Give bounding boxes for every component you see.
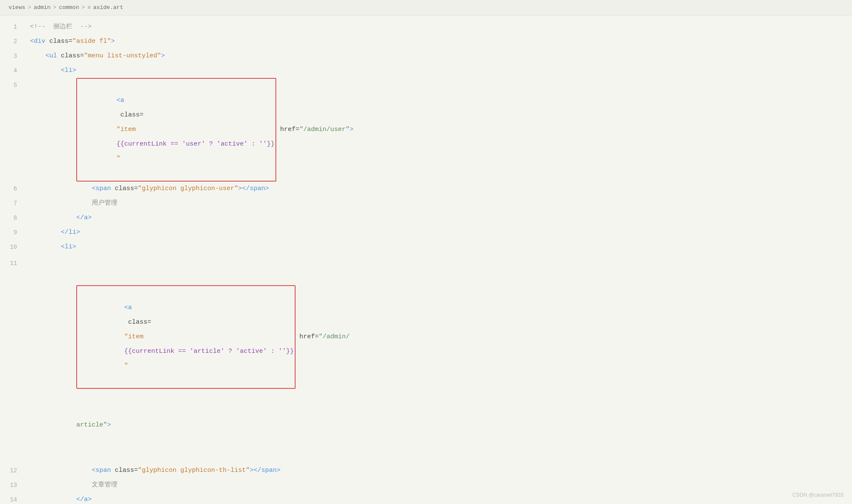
line-5-close: > <box>350 122 353 137</box>
breadcrumb-filename: aside.art <box>93 4 123 11</box>
code-line-7: 7 用户管理 <box>0 196 852 211</box>
line-num-5: 5 <box>0 78 26 92</box>
line-content-10: <li> <box>26 240 852 254</box>
breadcrumb-views: views <box>9 4 25 11</box>
line-content-12: <span class= "glyphicon glyphicon-th-lis… <box>26 463 852 478</box>
line-11-class-attr: class= <box>124 319 151 326</box>
line-content-4: <li> <box>26 63 852 78</box>
code-line-14: 14 </a> <box>0 492 852 504</box>
breadcrumb-file: ≡ aside.art <box>87 4 123 11</box>
line-14-tag: </a> <box>76 492 92 504</box>
line-content-11: <a class= "item {{currentLink == 'articl… <box>26 254 852 463</box>
code-line-9: 9 </li> <box>0 225 852 240</box>
line-11-class-val-open: "item <box>124 333 147 340</box>
line-num-7: 7 <box>0 196 26 211</box>
line-6-span-open: <span <box>92 182 111 196</box>
code-line-10: 10 <li> <box>0 240 852 254</box>
line-9-tag: </li> <box>61 225 80 240</box>
code-line-1: 1 <!-- 侧边栏 --> <box>0 20 852 34</box>
line-11-href-attr: href= <box>296 330 319 344</box>
line-num-6: 6 <box>0 182 26 196</box>
code-line-8: 8 </a> <box>0 211 852 225</box>
line-3-val: "menu list-unstyled" <box>84 49 161 63</box>
line-content-5: <a class= "item {{currentLink == 'user' … <box>26 78 852 182</box>
line-content-3: <ul class= "menu list-unstyled" > <box>26 49 852 63</box>
breadcrumb-common: common <box>59 4 79 11</box>
code-line-13: 13 文章管理 <box>0 478 852 492</box>
line-content-1: <!-- 侧边栏 --> <box>26 20 852 34</box>
line-8-tag: </a> <box>76 211 92 225</box>
line-7-text: 用户管理 <box>92 196 117 211</box>
line-11-template: {{currentLink == 'article' ? 'active' : … <box>124 348 294 355</box>
code-line-4: 4 <li> <box>0 63 852 78</box>
line-content-7: 用户管理 <box>26 196 852 211</box>
line-12-class-val: "glyphicon glyphicon-th-list" <box>138 463 250 478</box>
line-11-close: > <box>107 418 111 432</box>
line-2-tag: <div <box>30 34 45 49</box>
line-num-2: 2 <box>0 34 26 49</box>
code-area: 1 <!-- 侧边栏 --> 2 <div class= "aside fl" … <box>0 15 852 504</box>
file-icon: ≡ <box>87 5 90 11</box>
line-2-val: "aside fl" <box>72 34 111 49</box>
code-line-6: 6 <span class= "glyphicon glyphicon-user… <box>0 182 852 196</box>
line-num-10: 10 <box>0 240 26 254</box>
line-5-href-val: "/admin/user" <box>299 122 350 137</box>
line-12-span-open: <span <box>92 463 111 478</box>
line-11-class-val-close: " <box>124 362 128 370</box>
breadcrumb: views > admin > common > ≡ aside.art <box>0 0 852 15</box>
line-5-class-val-close: " <box>117 155 120 162</box>
line-3-attr: class= <box>57 49 84 63</box>
editor-container: views > admin > common > ≡ aside.art 1 <… <box>0 0 852 504</box>
line-content-9: </li> <box>26 225 852 240</box>
line-3-close: > <box>161 49 165 63</box>
code-line-5: 5 <a class= "item {{currentLink == 'user… <box>0 78 852 182</box>
line-11-href-val-cont: article" <box>76 418 107 432</box>
breadcrumb-sep-2: > <box>53 4 57 11</box>
line-2-close: > <box>111 34 115 49</box>
line-5-href-attr: href= <box>276 122 299 137</box>
line-content-6: <span class= "glyphicon glyphicon-user" … <box>26 182 852 196</box>
line-num-9: 9 <box>0 225 26 240</box>
code-line-12: 12 <span class= "glyphicon glyphicon-th-… <box>0 463 852 478</box>
line-5-class-val-open: "item <box>117 126 140 133</box>
line-num-1: 1 <box>0 20 26 34</box>
line-5-a-open: <a <box>117 97 124 104</box>
breadcrumb-sep-1: > <box>28 4 31 11</box>
watermark: CSDN @caramel7933 <box>792 492 843 498</box>
line-num-3: 3 <box>0 49 26 63</box>
line-num-14: 14 <box>0 492 26 504</box>
line-6-close: ></span> <box>238 182 269 196</box>
line-content-13: 文章管理 <box>26 478 852 492</box>
line-num-12: 12 <box>0 463 26 478</box>
line-11-highlighted: <a class= "item {{currentLink == 'articl… <box>76 285 296 389</box>
line-content-2: <div class= "aside fl" > <box>26 34 852 49</box>
line-num-11: 11 <box>0 254 26 271</box>
line-5-template: {{currentLink == 'user' ? 'active' : ''}… <box>117 140 275 148</box>
line-1-comment: <!-- 侧边栏 --> <box>30 20 92 34</box>
line-num-13: 13 <box>0 478 26 492</box>
line-6-class-attr: class= <box>111 182 138 196</box>
line-6-class-val: "glyphicon glyphicon-user" <box>138 182 238 196</box>
line-content-8: </a> <box>26 211 852 225</box>
code-line-3: 3 <ul class= "menu list-unstyled" > <box>0 49 852 63</box>
line-13-text: 文章管理 <box>92 478 117 492</box>
breadcrumb-sep-3: > <box>81 4 85 11</box>
line-12-class-attr: class= <box>111 463 138 478</box>
line-11-a-open: <a <box>124 304 132 311</box>
line-11-href-val-partial: "/admin/ <box>319 330 350 344</box>
breadcrumb-admin: admin <box>34 4 51 11</box>
line-5-class-attr: class= <box>117 111 143 119</box>
line-num-8: 8 <box>0 211 26 225</box>
line-2-attr: class= <box>45 34 72 49</box>
line-3-tag: <ul <box>45 49 57 63</box>
line-10-tag: <li> <box>61 240 76 254</box>
line-12-close: ></span> <box>250 463 281 478</box>
line-num-4: 4 <box>0 63 26 78</box>
line-5-highlighted: <a class= "item {{currentLink == 'user' … <box>76 78 276 182</box>
line-4-tag: <li> <box>61 63 76 78</box>
code-line-11: 11 <a class= "item {{currentLink == 'art… <box>0 254 852 463</box>
code-line-2: 2 <div class= "aside fl" > <box>0 34 852 49</box>
line-content-14: </a> <box>26 492 852 504</box>
